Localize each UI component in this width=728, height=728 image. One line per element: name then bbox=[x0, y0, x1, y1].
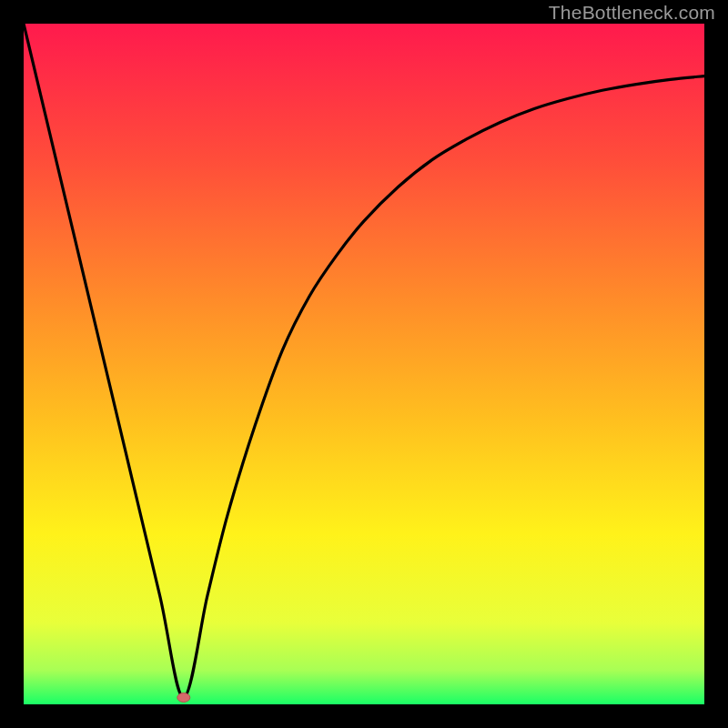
attribution-label: TheBottleneck.com bbox=[549, 2, 715, 24]
minimum-marker bbox=[177, 693, 190, 703]
chart-frame: TheBottleneck.com bbox=[0, 0, 728, 728]
plot-area bbox=[24, 24, 704, 704]
gradient-background bbox=[24, 24, 704, 704]
plot-svg bbox=[24, 24, 704, 704]
